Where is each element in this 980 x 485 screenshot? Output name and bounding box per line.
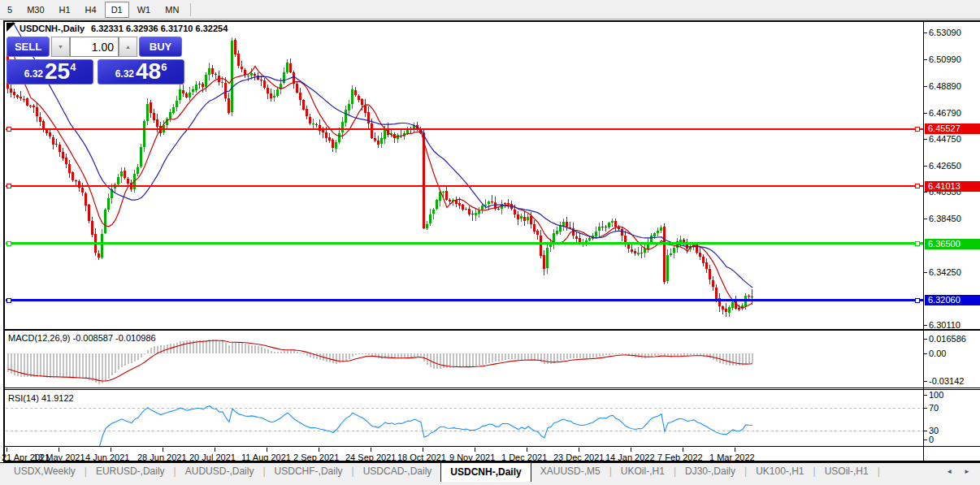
macd-axis-label: 0.016586 [929, 334, 966, 344]
tab-usdcad-daily[interactable]: USDCAD-,Daily [354, 463, 441, 481]
rsi-tick [924, 431, 927, 431]
macd-axis-label: -0.03142 [929, 376, 964, 386]
volume-increase-button[interactable]: ▲ [119, 37, 137, 57]
tab-dj30-daily[interactable]: DJ30-,Daily [676, 463, 744, 481]
trendline-arrow-icon[interactable] [7, 23, 15, 32]
date-tick [683, 448, 683, 452]
date-axis-label: 11 Aug 2021 [241, 453, 291, 462]
toolbar-separator [190, 3, 191, 16]
tab-usdx-weekly[interactable]: USDX,Weekly [5, 463, 85, 481]
hline-handle[interactable] [7, 184, 11, 188]
arrow-up-icon: ▲ [125, 44, 131, 50]
tab-usdcnh-daily[interactable]: USDCNH-,Daily [440, 462, 531, 482]
macd-tick [924, 353, 927, 354]
hline-6.41013[interactable] [6, 185, 923, 187]
hline-handle[interactable] [7, 127, 11, 131]
tab-usoil-h1[interactable]: USOil-,H1 [816, 463, 878, 481]
chart-title: USDCNH-,Daily6.32331 6.32936 6.31710 6.3… [20, 24, 228, 33]
timeframe-button-h1[interactable]: H1 [53, 2, 77, 18]
tab-xauusd-m5[interactable]: XAUUSD-,M5 [531, 463, 609, 481]
rsi-pane[interactable] [6, 390, 923, 446]
tab-separator: | [878, 463, 880, 477]
tab-ukoil-h1[interactable]: UKOil-,H1 [612, 463, 674, 481]
date-tick [579, 448, 579, 452]
date-axis-label: 4 Jun 2021 [85, 453, 129, 462]
price-line-badge: 6.32060 [925, 295, 980, 305]
date-tick [423, 448, 423, 452]
date-tick [7, 448, 7, 452]
timeframe-button-m30[interactable]: M30 [20, 2, 50, 18]
price-line-badge: 6.45527 [925, 123, 980, 134]
hline-handle[interactable] [915, 241, 919, 245]
rsi-axis-label: 70 [929, 403, 939, 413]
buy-button[interactable]: BUY [139, 37, 182, 57]
price-axis-label: 6.42650 [929, 161, 961, 171]
price-line-badge: 6.41013 [925, 181, 980, 192]
date-tick [475, 448, 475, 452]
one-click-trading-panel: SELL ▼ 1.00 ▲ BUY 6.32 25 4 6.32 48 6 [7, 37, 186, 84]
price-tick [924, 59, 927, 60]
tab-uk100-h1[interactable]: UK100-,H1 [747, 463, 813, 481]
hline-6.36500[interactable] [6, 242, 923, 245]
macd-tick [924, 381, 927, 382]
date-axis-label: 23 Dec 2021 [553, 453, 604, 462]
hline-handle[interactable] [7, 298, 11, 302]
price-axis-label: 6.34250 [929, 267, 961, 277]
macd-tick [924, 339, 927, 340]
chart-tab-bar: USDX,Weekly|EURUSD-,Daily|AUDUSD-,Daily|… [0, 462, 980, 485]
rsi-tick [924, 440, 927, 440]
timeframe-button-h4[interactable]: H4 [79, 2, 103, 18]
hline-handle[interactable] [915, 298, 919, 302]
tab-scroll-left-icon[interactable]: ◄ [946, 468, 952, 475]
rsi-axis-label: 100 [929, 390, 943, 400]
buy-price-big: 48 [136, 61, 161, 82]
price-tick [924, 192, 927, 193]
timeframe-button-d1[interactable]: D1 [105, 2, 129, 18]
volume-decrease-button[interactable]: ▼ [51, 37, 70, 57]
date-tick [111, 448, 111, 452]
timeframe-button-w1[interactable]: W1 [131, 2, 158, 18]
date-axis-label: 13 May 2021 [33, 453, 85, 462]
rsi-tick [924, 395, 927, 396]
price-tick [924, 113, 927, 114]
sell-price-box[interactable]: 6.32 25 4 [7, 59, 93, 84]
hline-handle[interactable] [915, 127, 919, 131]
date-axis-label: 2 Sep 2021 [293, 453, 339, 462]
rsi-line [8, 406, 752, 446]
price-tick [924, 166, 927, 167]
date-tick [267, 448, 267, 452]
macd-pane[interactable] [6, 331, 923, 388]
chart-symbol-period: USDCNH-,Daily [20, 24, 85, 33]
volume-input[interactable]: 1.00 [70, 37, 119, 57]
chart-border-left [3, 20, 5, 462]
date-axis-label: 28 Jun 2021 [137, 453, 187, 462]
hline-handle[interactable] [915, 184, 919, 188]
sell-button[interactable]: SELL [7, 37, 50, 57]
sell-price-sup: 4 [70, 61, 76, 73]
date-tick [319, 448, 319, 452]
tab-audusd-daily[interactable]: AUDUSD-,Daily [176, 463, 263, 481]
date-tick [59, 448, 59, 452]
sell-price-big: 25 [45, 61, 70, 82]
timeframe-button-5[interactable]: 5 [1, 2, 19, 18]
price-axis-label: 6.46790 [929, 108, 961, 118]
tab-scroll-right-icon[interactable]: ► [964, 468, 970, 475]
hline-handle[interactable] [7, 241, 11, 245]
hline-6.32060[interactable] [6, 299, 923, 301]
price-tick [924, 86, 927, 87]
price-axis-label: 6.50990 [929, 54, 961, 64]
tab-eurusd-daily[interactable]: EURUSD-,Daily [87, 463, 174, 481]
price-tick [924, 219, 927, 219]
rsi-pane-bottom-line [3, 446, 980, 447]
buy-price-box[interactable]: 6.32 48 6 [98, 59, 184, 84]
date-tick [215, 448, 215, 452]
timeframe-button-mn[interactable]: MN [158, 2, 185, 18]
price-tick [924, 32, 927, 33]
tab-usdchf-daily[interactable]: USDCHF-,Daily [266, 463, 352, 481]
price-axis-label: 6.30110 [929, 320, 960, 330]
chart-ohlc-values: 6.32331 6.32936 6.31710 6.32254 [91, 24, 228, 33]
hline-6.45527[interactable] [6, 128, 923, 130]
date-tick [527, 448, 527, 452]
price-tick [924, 325, 927, 326]
date-axis-label: 18 Oct 2021 [397, 453, 446, 462]
